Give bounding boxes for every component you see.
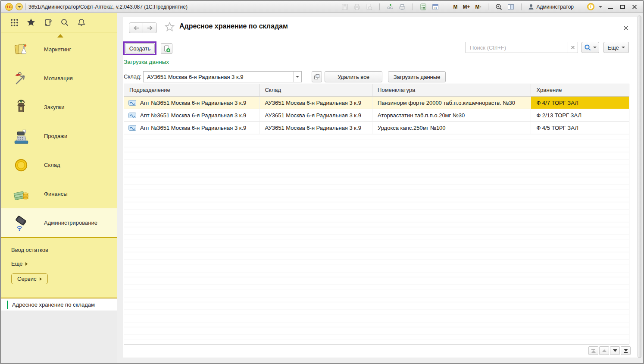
go-up-button[interactable]	[599, 346, 609, 355]
info-dropdown-button[interactable]	[598, 3, 603, 11]
calculator-button[interactable]	[419, 3, 428, 11]
app-window: 1С 3651/Администратор/Софт-Аптека:, v.2.…	[0, 0, 644, 364]
sidebar-item-administration[interactable]: Администрирование	[1, 208, 117, 237]
save-button[interactable]	[341, 3, 349, 11]
split-window-button[interactable]	[506, 3, 515, 11]
printer-icon	[353, 3, 361, 11]
triangle-down-icon	[624, 349, 628, 351]
triangle-up-icon	[602, 349, 606, 352]
divider	[446, 3, 446, 10]
enter-balances-link[interactable]: Ввод остатков	[11, 247, 48, 253]
bar-icon	[624, 352, 628, 353]
sidebar-sections: Маркетинг Мотивация Закупки Продажи Скла…	[1, 32, 117, 237]
print-button[interactable]	[353, 3, 361, 11]
delete-all-button[interactable]: Удалить все	[325, 71, 382, 82]
memory-m-button[interactable]: M	[452, 4, 458, 10]
print-preview-button[interactable]	[365, 3, 373, 11]
cell-nomenclature[interactable]: Аторвастатин таб.п.п.о.20мг №30	[372, 109, 531, 121]
column-header-nomenclature[interactable]: Номенклатура	[372, 84, 531, 96]
open-warehouse-button[interactable]	[312, 71, 322, 82]
close-window-button[interactable]	[630, 3, 639, 11]
more-actions-button[interactable]: Еще	[603, 42, 629, 53]
magnifier-plus-icon	[495, 3, 503, 11]
column-header-storage[interactable]: Хранение	[531, 84, 629, 96]
divider	[521, 3, 522, 10]
cell-warehouse[interactable]: АУ3651 Москва 6-я Радиальная 3 к.9	[259, 109, 372, 121]
info-button[interactable]: i	[586, 3, 595, 11]
service-button[interactable]: Сервис	[11, 273, 48, 284]
annotation-highlight: Создать	[123, 41, 156, 55]
storage-table: Подразделение Склад Номенклатура Хранени…	[124, 84, 629, 345]
marketing-icon	[12, 41, 30, 59]
arrow-right-icon	[147, 25, 153, 31]
divider	[580, 3, 580, 10]
chevron-down-icon	[599, 6, 602, 8]
clear-x-icon	[571, 45, 575, 50]
sidebar-item-purchases[interactable]: Закупки	[1, 93, 117, 122]
memory-m-minus-button[interactable]: M-	[474, 4, 482, 10]
memory-m-plus-button[interactable]: M+	[462, 4, 471, 10]
column-header-warehouse[interactable]: Склад	[259, 84, 372, 96]
calendar-button[interactable]: 31	[431, 3, 440, 11]
go-to-top-button[interactable]	[588, 346, 598, 355]
sections-scroll-up-icon[interactable]	[57, 34, 63, 38]
notifications-button[interactable]	[77, 18, 86, 27]
warehouse-combobox[interactable]: АУ3651 Москва 6-я Радиальная 3 к.9	[143, 71, 302, 82]
zoom-button[interactable]	[494, 3, 503, 11]
table-row[interactable]: Апт №3651 Москва 6-я Радиальная 3 к.9 АУ…	[124, 109, 629, 122]
favorites-button[interactable]	[26, 18, 36, 27]
go-to-link-button[interactable]	[398, 3, 406, 11]
clear-search-button[interactable]	[568, 42, 578, 53]
vertical-scrollbar[interactable]	[638, 16, 641, 358]
go-to-bottom-button[interactable]	[621, 346, 631, 355]
cell-storage[interactable]: Ф 2/13 ТОРГ ЗАЛ	[531, 109, 629, 121]
current-user[interactable]: Администратор	[528, 3, 574, 10]
favorite-star-button[interactable]	[164, 22, 175, 34]
data-load-group-title[interactable]: Загрузка данных	[124, 59, 169, 65]
find-button[interactable]	[581, 42, 599, 53]
sidebar: Маркетинг Мотивация Закупки Продажи Скла…	[1, 13, 117, 363]
sidebar-item-label: Склад	[44, 162, 60, 168]
back-button[interactable]	[129, 22, 143, 33]
create-button[interactable]: Создать	[125, 43, 155, 53]
cell-storage-selected[interactable]: Ф 4/7 ТОРГ ЗАЛ	[531, 97, 629, 109]
cell-warehouse[interactable]: АУ3651 Москва 6-я Радиальная 3 к.9	[259, 97, 372, 109]
forward-button[interactable]	[143, 22, 157, 33]
sections-menu-button[interactable]	[9, 18, 19, 27]
table-row[interactable]: Апт №3651 Москва 6-я Радиальная 3 к.9 АУ…	[124, 122, 629, 134]
sidebar-item-label: Администрирование	[44, 220, 97, 226]
search-input[interactable]	[466, 42, 568, 53]
search-box	[466, 42, 578, 53]
sidebar-item-motivation[interactable]: Мотивация	[1, 64, 117, 93]
sidebar-item-warehouse[interactable]: Склад	[1, 151, 117, 179]
main-menu-button[interactable]	[16, 3, 23, 10]
sidebar-item-label: Мотивация	[44, 75, 73, 82]
open-window-tab[interactable]: Адресное хранение по складам	[1, 299, 117, 311]
cell-warehouse[interactable]: АУ3651 Москва 6-я Радиальная 3 к.9	[259, 122, 372, 134]
magnifier-icon	[584, 44, 591, 51]
sidebar-item-finance[interactable]: Финансы	[1, 179, 117, 208]
sidebar-item-sales[interactable]: Продажи	[1, 122, 117, 151]
open-window-tab-label: Адресное хранение по складам	[12, 301, 95, 308]
load-data-button[interactable]: Загрузить данные	[388, 71, 446, 82]
minimize-button[interactable]	[606, 3, 615, 11]
search-button[interactable]	[60, 18, 69, 27]
cell-nomenclature[interactable]: Урдокса капс.250мг №100	[372, 122, 531, 134]
go-down-button[interactable]	[610, 346, 620, 355]
window-title: 3651/Администратор/Софт-Аптека:, v.2.043…	[28, 4, 188, 10]
copy-item-button[interactable]	[161, 43, 172, 54]
maximize-button[interactable]	[618, 3, 627, 11]
sidebar-item-marketing[interactable]: Маркетинг	[1, 35, 117, 64]
cell-nomenclature[interactable]: Панзинорм форте 20000 таб.п.о.кишечнорас…	[372, 97, 531, 109]
history-button[interactable]	[43, 18, 53, 27]
sidebar-item-label: Продажи	[44, 133, 67, 139]
combo-dropdown-button[interactable]	[293, 72, 301, 82]
more-commands-link[interactable]: Еще	[11, 260, 28, 267]
1c-logo-icon[interactable]: 1С	[5, 3, 13, 11]
grid-icon	[10, 18, 19, 27]
close-form-button[interactable]	[623, 25, 628, 32]
column-header-department[interactable]: Подразделение	[124, 84, 259, 96]
table-row[interactable]: Апт №3651 Москва 6-я Радиальная 3 к.9 АУ…	[124, 97, 629, 109]
cell-storage[interactable]: Ф 4/5 ТОРГ ЗАЛ	[531, 122, 629, 134]
get-link-button[interactable]	[386, 3, 394, 11]
